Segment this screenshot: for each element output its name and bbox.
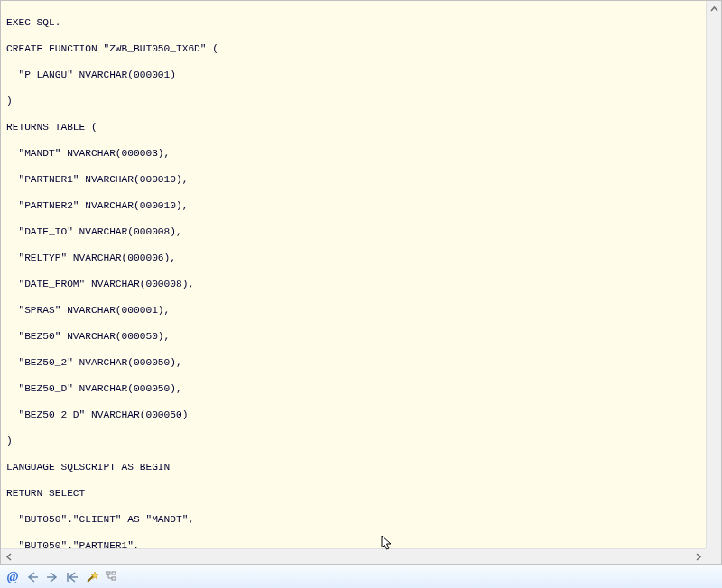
- code-line: "BEZ50_D" NVARCHAR(000050),: [6, 382, 716, 396]
- scroll-up-icon[interactable]: [707, 1, 721, 17]
- horizontal-scrollbar[interactable]: [1, 548, 706, 564]
- scroll-track[interactable]: [17, 549, 690, 564]
- nav-first-button[interactable]: [63, 568, 81, 586]
- code-line: EXEC SQL.: [6, 16, 716, 30]
- status-bar: @: [0, 565, 722, 588]
- code-line: "PARTNER1" NVARCHAR(000010),: [6, 173, 716, 187]
- magic-wand-button[interactable]: [83, 568, 101, 586]
- arrow-left-icon: [25, 571, 40, 583]
- code-line: "RELTYP" NVARCHAR(000006),: [6, 252, 716, 265]
- at-button[interactable]: @: [4, 568, 22, 586]
- tree-button[interactable]: [103, 568, 121, 586]
- code-line: ): [6, 95, 716, 108]
- code-line: "DATE_TO" NVARCHAR(000008),: [6, 225, 716, 239]
- code-line: "BEZ50" NVARCHAR(000050),: [6, 330, 716, 344]
- scroll-left-icon[interactable]: [1, 549, 17, 564]
- svg-rect-2: [112, 577, 116, 580]
- code-line: "MANDT" NVARCHAR(000003),: [6, 147, 716, 161]
- scroll-track[interactable]: [707, 17, 721, 547]
- vertical-scrollbar[interactable]: [706, 1, 721, 564]
- at-icon: @: [7, 569, 18, 584]
- svg-rect-1: [112, 572, 116, 574]
- code-line: CREATE FUNCTION "ZWB_BUT050_TX6D" (: [6, 42, 716, 56]
- code-line: "BUT050"."CLIENT" AS "MANDT",: [6, 513, 716, 527]
- code-line: RETURNS TABLE (: [6, 121, 716, 134]
- code-line: RETURN SELECT: [6, 487, 716, 501]
- code-line: LANGUAGE SQLSCRIPT AS BEGIN: [6, 461, 716, 474]
- code-line: "DATE_FROM" NVARCHAR(000008),: [6, 278, 716, 291]
- tree-icon: [105, 570, 119, 584]
- code-content[interactable]: EXEC SQL. CREATE FUNCTION "ZWB_BUT050_TX…: [1, 1, 721, 565]
- arrow-right-icon: [45, 571, 60, 583]
- arrow-left-bar-icon: [65, 571, 79, 583]
- code-line: "BEZ50_2_D" NVARCHAR(000050): [6, 409, 716, 422]
- code-line: ): [6, 435, 716, 448]
- nav-forward-button[interactable]: [43, 568, 61, 586]
- scroll-right-icon[interactable]: [690, 549, 706, 564]
- scroll-corner: [706, 548, 721, 564]
- code-line: "P_LANGU" NVARCHAR(000001): [6, 69, 716, 82]
- code-line: "BEZ50_2" NVARCHAR(000050),: [6, 356, 716, 370]
- nav-back-button[interactable]: [23, 568, 42, 586]
- magic-wand-icon: [85, 570, 99, 584]
- code-line: "PARTNER2" NVARCHAR(000010),: [6, 199, 716, 213]
- code-editor[interactable]: EXEC SQL. CREATE FUNCTION "ZWB_BUT050_TX…: [0, 0, 722, 565]
- code-line: "SPRAS" NVARCHAR(000001),: [6, 304, 716, 317]
